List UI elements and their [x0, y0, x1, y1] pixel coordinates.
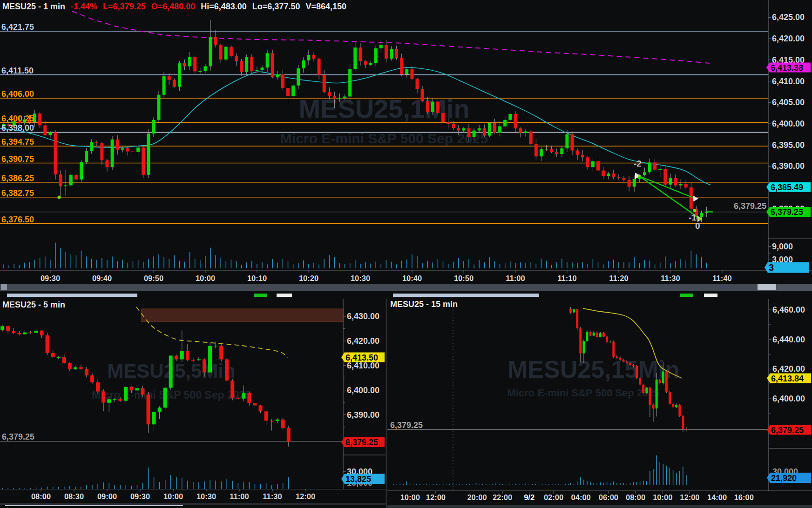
svg-text:11:30: 11:30 — [661, 274, 680, 282]
svg-text:6,413.84: 6,413.84 — [771, 374, 804, 383]
svg-text:6,390.00: 6,390.00 — [347, 410, 379, 420]
svg-text:09:30: 09:30 — [41, 274, 60, 282]
svg-text:6,420.00: 6,420.00 — [772, 34, 805, 43]
svg-text:9,000: 9,000 — [772, 242, 793, 251]
svg-text:6,460.00: 6,460.00 — [772, 305, 805, 314]
svg-text:10:00: 10:00 — [653, 493, 672, 501]
svg-text:MESU25 - 1 min-1.44%L=6,379.25: MESU25 - 1 min-1.44%L=6,379.25O=6,480.00… — [2, 2, 346, 11]
svg-text:6,379.25: 6,379.25 — [771, 426, 804, 435]
svg-text:6,425.00: 6,425.00 — [772, 13, 805, 22]
svg-text:6,394.75: 6,394.75 — [1, 137, 34, 147]
svg-text:6,420.00: 6,420.00 — [772, 364, 805, 374]
svg-text:09:50: 09:50 — [144, 274, 163, 282]
svg-text:9/2: 9/2 — [524, 493, 535, 501]
svg-text:11:40: 11:40 — [712, 274, 731, 282]
svg-text:3: 3 — [769, 262, 774, 273]
svg-text:09:30: 09:30 — [130, 492, 150, 501]
svg-text:6,411.50: 6,411.50 — [1, 66, 34, 75]
svg-text:6,379.25: 6,379.25 — [390, 421, 423, 430]
svg-text:MESU25 - 15 min: MESU25 - 15 min — [390, 300, 458, 309]
svg-text:22:00: 22:00 — [493, 493, 512, 501]
svg-text:6,379.25: 6,379.25 — [345, 438, 378, 447]
svg-text:Micro E-mini S&P 500 Sep 2025: Micro E-mini S&P 500 Sep 2025 — [507, 387, 659, 399]
svg-text:12:00: 12:00 — [680, 493, 699, 501]
svg-text:6,376.50: 6,376.50 — [1, 215, 34, 224]
svg-text:04:00: 04:00 — [571, 493, 591, 501]
svg-text:06:00: 06:00 — [599, 493, 618, 501]
svg-text:-2: -2 — [634, 159, 642, 168]
svg-text:16:00: 16:00 — [734, 493, 754, 501]
svg-text:6,385.49: 6,385.49 — [771, 183, 803, 192]
svg-text:MESU25,15Min: MESU25,15Min — [508, 356, 680, 383]
svg-text:10:40: 10:40 — [402, 274, 422, 282]
svg-text:6,440.00: 6,440.00 — [772, 335, 805, 344]
svg-text:10:00: 10:00 — [163, 492, 183, 501]
svg-text:02:00: 02:00 — [544, 493, 563, 501]
svg-text:6,379.25: 6,379.25 — [734, 201, 766, 211]
svg-text:10:00: 10:00 — [400, 493, 420, 501]
svg-text:11:20: 11:20 — [609, 274, 628, 282]
svg-text:20:00: 20:00 — [467, 493, 487, 501]
svg-text:6,400.00: 6,400.00 — [347, 386, 379, 395]
svg-text:11:00: 11:00 — [506, 274, 525, 282]
svg-text:6,379.25: 6,379.25 — [2, 432, 34, 441]
svg-text:10:50: 10:50 — [454, 274, 474, 282]
svg-text:10:00: 10:00 — [196, 274, 215, 282]
svg-text:6,413.50: 6,413.50 — [345, 353, 378, 362]
svg-text:6,430.00: 6,430.00 — [347, 312, 379, 321]
svg-text:6,382.75: 6,382.75 — [1, 188, 34, 198]
svg-text:6,421.75: 6,421.75 — [1, 22, 34, 32]
svg-text:14:00: 14:00 — [707, 493, 727, 501]
svg-text:12:00: 12:00 — [426, 493, 446, 501]
svg-text:6,413.38: 6,413.38 — [771, 63, 803, 73]
svg-text:21,920: 21,920 — [771, 474, 797, 483]
svg-text:6,420.00: 6,420.00 — [347, 336, 379, 346]
svg-text:10:30: 10:30 — [351, 274, 370, 282]
svg-text:10:10: 10:10 — [247, 274, 267, 282]
svg-text:6,410.00: 6,410.00 — [772, 77, 805, 86]
svg-text:6,395.00: 6,395.00 — [772, 140, 805, 150]
svg-text:12:00: 12:00 — [296, 492, 315, 501]
svg-text:6,390.75: 6,390.75 — [1, 154, 34, 164]
svg-text:6,400.00: 6,400.00 — [772, 394, 805, 403]
svg-text:6,410.00: 6,410.00 — [347, 361, 379, 370]
svg-text:6,400.25: 6,400.25 — [1, 114, 34, 123]
svg-text:6,398.00: 6,398.00 — [1, 123, 34, 133]
svg-text:MESU25 - 5 min: MESU25 - 5 min — [2, 300, 65, 309]
svg-text:11:00: 11:00 — [230, 492, 249, 501]
svg-text:6,400.00: 6,400.00 — [772, 119, 805, 128]
svg-text:0: 0 — [695, 221, 700, 231]
svg-text:08:00: 08:00 — [31, 492, 51, 501]
svg-text:6,405.00: 6,405.00 — [772, 98, 805, 107]
svg-text:08:30: 08:30 — [64, 492, 84, 501]
svg-text:10:20: 10:20 — [299, 274, 318, 282]
svg-text:08:00: 08:00 — [626, 493, 645, 501]
svg-text:6,390.00: 6,390.00 — [772, 161, 805, 171]
svg-text:09:40: 09:40 — [92, 274, 112, 282]
svg-text:11:10: 11:10 — [557, 274, 576, 282]
svg-text:11:30: 11:30 — [263, 492, 282, 501]
svg-text:Micro E-mini S&P 500 Sep 2025: Micro E-mini S&P 500 Sep 2025 — [280, 131, 488, 146]
svg-text:6,386.25: 6,386.25 — [1, 174, 34, 183]
svg-text:6,406.00: 6,406.00 — [1, 89, 34, 99]
svg-text:13,825: 13,825 — [345, 475, 371, 484]
svg-text:6,379.25: 6,379.25 — [771, 207, 803, 217]
svg-text:09:00: 09:00 — [97, 492, 117, 501]
svg-text:10:30: 10:30 — [196, 492, 216, 501]
